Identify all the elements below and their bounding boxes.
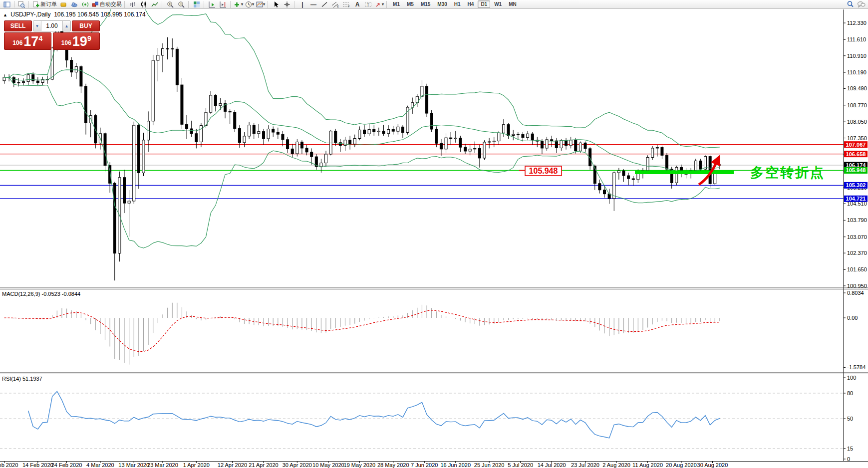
- macd-histogram: [4, 303, 720, 365]
- fibonacci-tool[interactable]: F: [341, 0, 352, 8]
- data-window-button[interactable]: [16, 0, 27, 8]
- sell-price-box[interactable]: 106 17 4: [4, 32, 51, 50]
- horizontal-line-tool[interactable]: —: [308, 0, 319, 8]
- bar-chart-icon: [129, 1, 136, 8]
- auto-scroll-button[interactable]: [207, 0, 218, 8]
- chart-shift-icon: [220, 1, 227, 8]
- timeframe-button-D1[interactable]: D1: [478, 0, 490, 8]
- chat-button[interactable]: [856, 0, 867, 8]
- search-icon: [847, 0, 854, 8]
- vertical-line-tool[interactable]: |: [297, 0, 308, 8]
- chart-shift-button[interactable]: [218, 0, 229, 8]
- date-tick-label: 10 May 2020: [312, 462, 344, 468]
- volume-stepper: ▼ ▲: [33, 20, 71, 31]
- line-chart-button[interactable]: [149, 0, 160, 8]
- sell-button[interactable]: SELL: [4, 20, 32, 31]
- price-level-flag-text: 106.658: [846, 151, 866, 157]
- auto-trading-button[interactable]: 自动交易: [91, 0, 123, 8]
- candlestick-chart-icon: [140, 1, 147, 8]
- svg-text:E: E: [337, 5, 339, 8]
- rsi-tick-label: 50: [847, 416, 853, 422]
- tile-windows-button[interactable]: [191, 0, 202, 8]
- price-tick-label: 112.330: [847, 20, 867, 26]
- templates-button[interactable]: ▾: [255, 0, 266, 8]
- macd-name: MACD(12,26,9): [2, 291, 40, 297]
- template-icon: [256, 1, 263, 8]
- date-tick-label: 2 Aug 2020: [602, 462, 630, 468]
- buy-price-box[interactable]: 106 19 9: [53, 32, 100, 50]
- main-price-panel[interactable]: 105.948多空转折点: [0, 0, 844, 280]
- volume-decrease-button[interactable]: ▼: [33, 21, 41, 31]
- green-highlight-bar[interactable]: [635, 171, 734, 175]
- buy-price-pipette: 9: [87, 34, 91, 42]
- collapse-triangle-icon[interactable]: ▲: [3, 12, 7, 17]
- candlestick-chart-button[interactable]: [138, 0, 149, 8]
- toolbar: 新订单 自动交易 ▾ ▾ ▾ | — E F A T ▾ M1M5M15M30H…: [0, 0, 868, 9]
- search-button[interactable]: [845, 0, 856, 8]
- dropdown-arrow-icon: ▾: [241, 2, 243, 6]
- dropdown-arrow-icon: ▾: [382, 2, 384, 6]
- tile-windows-icon: [193, 1, 200, 8]
- indicators-button[interactable]: ▾: [233, 0, 244, 8]
- price-tick-label: 103.070: [847, 234, 867, 240]
- new-order-button[interactable]: 新订单: [31, 0, 58, 8]
- sell-price-big-figure: 106: [12, 39, 22, 46]
- price-tick-label: 102.370: [847, 250, 867, 256]
- zoom-in-button[interactable]: [165, 0, 176, 8]
- cursor-button[interactable]: [271, 0, 282, 8]
- timeframe-button-MN[interactable]: MN: [506, 0, 520, 8]
- bar-chart-button[interactable]: [127, 0, 138, 8]
- date-tick-label: 30 Aug 2020: [697, 462, 728, 468]
- periods-button[interactable]: ▾: [244, 0, 255, 8]
- price-tick-label: 108.770: [847, 102, 867, 108]
- data-window-icon: [18, 1, 25, 8]
- toolbar-grip: [28, 1, 30, 7]
- date-tick-label: 20 Aug 2020: [666, 462, 697, 468]
- panel-separator[interactable]: [0, 373, 868, 374]
- panel-separator[interactable]: [0, 288, 868, 289]
- price-tick-label: 110.190: [847, 69, 867, 75]
- community-button[interactable]: [69, 0, 80, 8]
- date-axis[interactable]: 5 Feb 202014 Feb 202024 Feb 20204 Mar 20…: [0, 462, 868, 468]
- date-tick-label: 23 Mar 2020: [147, 462, 178, 468]
- clock-icon: [245, 1, 252, 8]
- channel-tool[interactable]: E: [330, 0, 341, 8]
- rsi-name: RSI(14): [2, 376, 21, 382]
- timeframe-button-H4[interactable]: H4: [465, 0, 477, 8]
- arrows-tool[interactable]: ▾: [374, 0, 385, 8]
- trendline-tool[interactable]: [319, 0, 330, 8]
- price-level-flag-text: 105.302: [846, 182, 866, 188]
- zoom-out-button[interactable]: [176, 0, 187, 8]
- timeframe-button-M5[interactable]: M5: [404, 0, 417, 8]
- chinese-annotation-text[interactable]: 多空转折点: [750, 165, 825, 180]
- toolbar-grip: [230, 1, 232, 7]
- timeframe-button-M15[interactable]: M15: [418, 0, 433, 8]
- buy-button[interactable]: BUY: [72, 20, 100, 31]
- timeframe-button-W1[interactable]: W1: [491, 0, 505, 8]
- price-callout-text: 105.948: [529, 167, 558, 175]
- date-tick-label: 12 Apr 2020: [218, 462, 247, 468]
- chart-symbol-period: USDJPY-,Daily: [10, 11, 50, 18]
- text-tool[interactable]: A: [352, 0, 363, 8]
- macd-value: -0.0523: [41, 291, 60, 297]
- volume-increase-button[interactable]: ▲: [62, 21, 70, 31]
- toolbar-grip: [204, 1, 205, 7]
- history-center-button[interactable]: [58, 0, 69, 8]
- text-label-tool[interactable]: T: [363, 0, 374, 8]
- chart-window[interactable]: 105.948多空转折点112.330111.610110.910110.190…: [0, 0, 868, 468]
- volume-input[interactable]: [41, 21, 62, 31]
- chart-windows-button[interactable]: [1, 0, 12, 8]
- date-tick-label: 25 Jun 2020: [474, 462, 505, 468]
- timeframe-button-M30[interactable]: M30: [434, 0, 450, 8]
- text-label-icon: T: [364, 1, 372, 8]
- timeframe-button-M1[interactable]: M1: [390, 0, 403, 8]
- price-tick-label: 103.790: [847, 217, 867, 223]
- price-axis[interactable]: 112.330111.610110.910110.190109.490108.7…: [844, 9, 868, 462]
- signals-button[interactable]: [80, 0, 91, 8]
- rsi-line: [28, 392, 720, 439]
- macd-tick-label: 0.8034: [847, 290, 864, 296]
- crosshair-icon: [284, 1, 290, 8]
- date-tick-label: 24 Feb 2020: [51, 462, 82, 468]
- timeframe-button-H1[interactable]: H1: [451, 0, 464, 8]
- crosshair-button[interactable]: [282, 0, 292, 8]
